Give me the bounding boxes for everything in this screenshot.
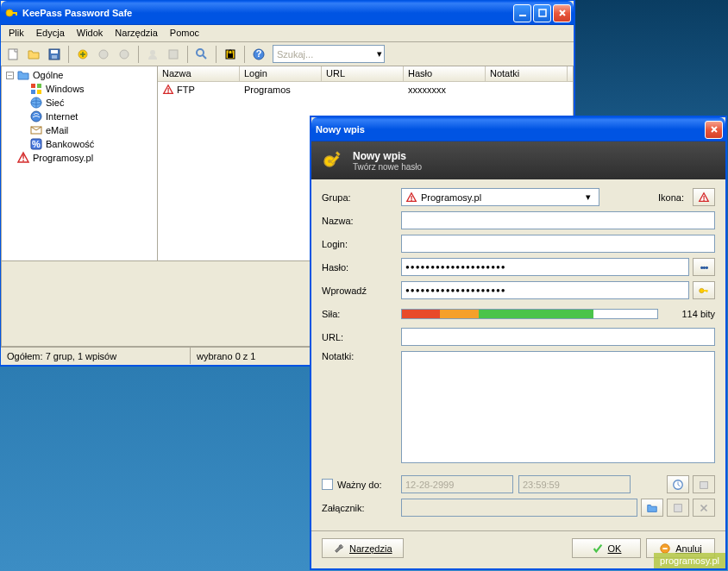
- generate-password-button[interactable]: [693, 281, 715, 299]
- tree-item-email[interactable]: eMail: [3, 123, 155, 137]
- help-icon[interactable]: ?: [249, 45, 268, 64]
- new-file-icon[interactable]: [3, 45, 22, 64]
- toolbar: ? Szukaj... ▾: [1, 42, 574, 66]
- valid-to-checkbox[interactable]: [322, 479, 333, 490]
- login-input[interactable]: [401, 235, 715, 253]
- ok-button[interactable]: OK: [572, 538, 641, 558]
- menu-view[interactable]: Widok: [71, 25, 110, 41]
- tree-item-windows[interactable]: Windows: [3, 82, 155, 96]
- name-input[interactable]: [401, 211, 715, 229]
- tools-button[interactable]: Narzędzia: [322, 538, 404, 558]
- column-login[interactable]: Login: [240, 66, 322, 81]
- strength-meter: [401, 309, 658, 319]
- open-folder-icon[interactable]: [24, 45, 43, 64]
- svg-rect-16: [228, 53, 233, 58]
- wrench-icon: [333, 543, 345, 555]
- strength-text: 114 bity: [663, 309, 715, 319]
- maximize-button[interactable]: [533, 4, 551, 22]
- chevron-down-icon[interactable]: ▾: [377, 48, 382, 60]
- close-button[interactable]: [553, 4, 571, 22]
- cell-login: Programos: [240, 82, 322, 97]
- attach-delete-button[interactable]: [693, 499, 715, 517]
- chevron-down-icon[interactable]: ▾: [581, 191, 595, 203]
- tree-item-programosy[interactable]: ! Programosy.pl: [3, 151, 155, 165]
- attach-open-button[interactable]: [641, 499, 663, 517]
- copy-user-icon[interactable]: [143, 45, 162, 64]
- dialog-header-title: Nowy wpis: [353, 150, 422, 162]
- notes-textarea[interactable]: [401, 351, 715, 463]
- label-attachment: Załącznik:: [322, 503, 401, 513]
- column-name[interactable]: Nazwa: [158, 66, 240, 81]
- svg-point-0: [6, 9, 13, 16]
- svg-rect-22: [37, 90, 41, 94]
- tree-item-banking[interactable]: % Bankowość: [3, 137, 155, 151]
- svg-text:!: !: [166, 85, 169, 94]
- dialog-titlebar[interactable]: Nowy wpis: [311, 117, 725, 141]
- repeat-password-input[interactable]: ●●●●●●●●●●●●●●●●●●●●: [401, 281, 689, 299]
- watermark: programosy.pl: [654, 553, 725, 568]
- label-repeat: Wprowadź: [322, 286, 401, 296]
- save-icon[interactable]: [45, 45, 64, 64]
- tree-item-network[interactable]: Sieć: [3, 96, 155, 110]
- group-dropdown[interactable]: ! Programosy.pl ▾: [401, 188, 599, 206]
- list-row[interactable]: ! FTP Programos xxxxxxxx: [158, 82, 573, 97]
- menu-edit[interactable]: Edycja: [30, 25, 71, 41]
- tree-item-internet[interactable]: Internet: [3, 110, 155, 123]
- column-password[interactable]: Hasło: [404, 66, 486, 81]
- toolbar-separator: [138, 46, 139, 63]
- toolbar-separator: [244, 46, 245, 63]
- collapse-icon[interactable]: −: [3, 72, 16, 79]
- tree-root[interactable]: − Ogólne: [3, 68, 155, 82]
- app-title: KeePass Password Safe: [22, 8, 513, 18]
- edit-entry-icon[interactable]: [94, 45, 113, 64]
- find-icon[interactable]: [192, 45, 211, 64]
- minimize-button[interactable]: [513, 4, 531, 22]
- valid-date-input: 12-28-2999: [401, 475, 513, 493]
- attach-save-button[interactable]: [667, 499, 689, 517]
- dialog-close-button[interactable]: [705, 121, 723, 139]
- dialog-header-subtitle: Twórz nowe hasło: [353, 162, 422, 172]
- entry-name: FTP: [177, 85, 195, 95]
- svg-text:%: %: [32, 139, 41, 149]
- clock-button[interactable]: [667, 475, 689, 493]
- column-notes[interactable]: Notatki: [486, 66, 568, 81]
- lock-icon[interactable]: [221, 45, 240, 64]
- show-password-button[interactable]: •••: [693, 258, 715, 276]
- group-tree[interactable]: − Ogólne Windows Sieć Internet eMail: [1, 66, 158, 261]
- label-group: Grupa:: [322, 192, 401, 203]
- menu-tools[interactable]: Narzędzia: [109, 25, 164, 41]
- svg-rect-39: [706, 290, 708, 292]
- svg-rect-21: [31, 90, 35, 94]
- svg-rect-20: [37, 84, 41, 88]
- menu-help[interactable]: Pomoc: [164, 25, 205, 41]
- svg-rect-13: [169, 50, 178, 59]
- main-titlebar[interactable]: KeePass Password Safe: [1, 1, 574, 25]
- email-icon: [29, 123, 43, 137]
- add-entry-icon[interactable]: [73, 45, 92, 64]
- search-input[interactable]: Szukaj... ▾: [273, 45, 385, 63]
- delete-entry-icon[interactable]: [115, 45, 134, 64]
- url-input[interactable]: [401, 328, 715, 346]
- tree-label: eMail: [46, 125, 68, 135]
- toolbar-separator: [68, 46, 69, 63]
- cell-password: xxxxxxxx: [404, 82, 486, 97]
- new-entry-dialog: Nowy wpis Nowy wpis Twórz nowe hasło Gru…: [311, 116, 726, 569]
- copy-pass-icon[interactable]: [164, 45, 183, 64]
- svg-point-11: [120, 50, 129, 59]
- tree-label: Internet: [46, 111, 78, 122]
- calendar-button[interactable]: [693, 475, 715, 493]
- icon-picker-button[interactable]: !: [693, 188, 715, 206]
- menu-file[interactable]: Plik: [3, 25, 30, 41]
- svg-rect-41: [700, 481, 708, 488]
- column-url[interactable]: URL: [322, 66, 404, 81]
- attachment-input: [401, 499, 637, 517]
- svg-rect-7: [51, 50, 58, 53]
- valid-time-input: 23:59:59: [518, 475, 631, 493]
- label-password: Hasło:: [322, 262, 401, 273]
- svg-text:!: !: [22, 153, 25, 163]
- password-input[interactable]: ●●●●●●●●●●●●●●●●●●●●: [401, 258, 689, 276]
- label-icon: Ikona:: [658, 192, 684, 203]
- tree-label: Programosy.pl: [33, 153, 93, 163]
- dialog-body: Grupa: ! Programosy.pl ▾ Ikona: ! Nazwa:…: [311, 179, 725, 530]
- percent-icon: %: [29, 137, 43, 151]
